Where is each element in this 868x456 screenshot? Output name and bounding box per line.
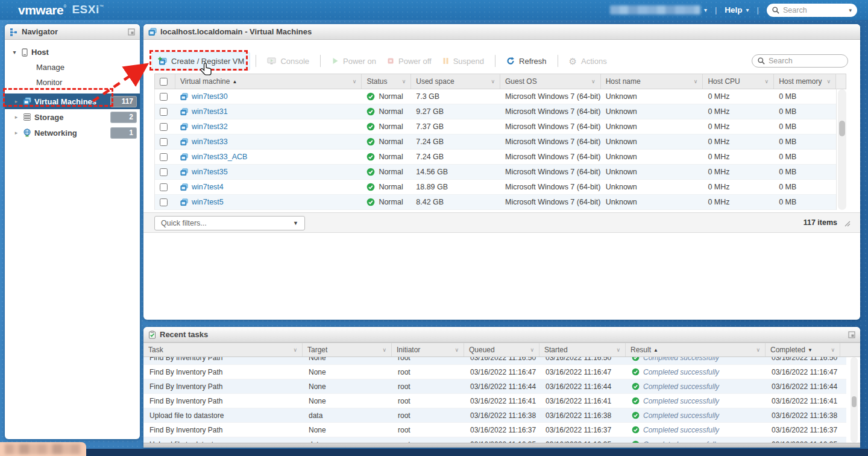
column-header-result[interactable]: Result ▲ ∨ [626, 343, 766, 356]
window-restore-icon[interactable] [848, 331, 855, 338]
vm-used-space-cell: 14.56 GB [411, 168, 500, 176]
row-checkbox[interactable] [160, 123, 168, 131]
task-row[interactable]: Find By Inventory Path None root 03/16/2… [143, 379, 846, 394]
user-menu[interactable]: ▾ [610, 5, 707, 14]
row-checkbox[interactable] [160, 138, 168, 146]
column-menu-icon[interactable]: ∨ [293, 347, 297, 353]
row-checkbox[interactable] [160, 93, 168, 101]
tasks-scrollbar-vertical[interactable] [851, 357, 858, 443]
column-header-target[interactable]: Target ∨ [303, 343, 392, 356]
row-checkbox[interactable] [160, 183, 168, 191]
vm-table-row[interactable]: win7test5 Normal 8.42 GB Microsoft Windo… [155, 195, 836, 210]
column-menu-icon[interactable]: ∨ [591, 78, 596, 84]
toolbar-divider [495, 55, 495, 67]
row-checkbox[interactable] [160, 198, 168, 206]
vm-table-scrollbar[interactable] [838, 89, 846, 210]
task-row[interactable]: Find By Inventory Path None root 03/16/2… [143, 394, 846, 408]
divider: | [757, 5, 759, 14]
quick-filters-select[interactable]: Quick filters... ▼ [154, 216, 305, 230]
column-menu-icon[interactable]: ∨ [491, 78, 495, 84]
vm-name-link[interactable]: win7test30 [192, 92, 228, 101]
window-restore-icon[interactable] [128, 28, 135, 36]
column-header-completed[interactable]: Completed ▼ ∨ [766, 343, 840, 356]
vm-table-row[interactable]: win7test30 Normal 7.3 GB Microsoft Windo… [155, 89, 836, 104]
column-header-initiator[interactable]: Initiator ∨ [392, 343, 464, 356]
select-all-checkbox[interactable] [160, 78, 168, 86]
column-header-host-memory[interactable]: Host memory ∨ [774, 74, 836, 89]
vm-status-cell: Normal [362, 198, 411, 206]
registered-mark: ® [63, 4, 66, 8]
task-row[interactable]: Upload file to datastore data root 03/16… [143, 408, 846, 423]
column-menu-icon[interactable]: ∨ [382, 347, 386, 353]
vm-table-row[interactable]: win7test33_ACB Normal 7.24 GB Microsoft … [155, 150, 836, 165]
sidebar-item-host[interactable]: ▾ Host [5, 45, 140, 60]
task-completed-cell: 03/16/2022 11:16:38 [766, 411, 840, 420]
task-result-cell: Completed successfully [626, 397, 766, 405]
column-header-started[interactable]: Started ∨ [539, 343, 626, 356]
column-header-status[interactable]: Status ∨ [362, 74, 411, 89]
row-checkbox[interactable] [160, 168, 168, 176]
column-header-guest-os[interactable]: Guest OS ∨ [500, 74, 601, 89]
task-target-cell: None [303, 382, 392, 391]
column-header-host-name[interactable]: Host name ∨ [601, 74, 703, 89]
vm-table-row[interactable]: win7test4 Normal 18.89 GB Microsoft Wind… [155, 180, 836, 195]
vm-name-link[interactable]: win7test4 [192, 183, 224, 191]
sidebar-item-label: Monitor [36, 78, 62, 87]
sidebar-item-manage[interactable]: Manage [5, 60, 140, 75]
column-menu-icon[interactable]: ∨ [616, 347, 620, 353]
vm-table-row[interactable]: win7test32 Normal 7.37 GB Microsoft Wind… [155, 119, 836, 135]
row-checkbox[interactable] [160, 153, 168, 161]
column-menu-icon[interactable]: ∨ [454, 347, 459, 353]
sidebar-item-virtual-machines[interactable]: ▸ Virtual Machines 117 [5, 93, 140, 109]
power-on-button[interactable]: Power on [326, 52, 382, 70]
column-header-virtual-machine[interactable]: Virtual machine ▲ ∨ [175, 74, 362, 89]
task-row[interactable]: Find By Inventory Path None root 03/16/2… [143, 365, 846, 379]
vm-name-link[interactable]: win7test33_ACB [192, 153, 247, 161]
vm-table-row[interactable]: win7test35 Normal 14.56 GB Microsoft Win… [155, 165, 836, 180]
scrollbar-thumb[interactable] [839, 121, 845, 136]
vm-table-row[interactable]: win7test33 Normal 7.24 GB Microsoft Wind… [155, 135, 836, 150]
column-menu-icon[interactable]: ∨ [826, 78, 831, 84]
column-header-queued[interactable]: Queued ∨ [464, 343, 539, 356]
vm-name-link[interactable]: win7test32 [192, 122, 228, 131]
vm-guest-os-cell: Microsoft Windows 7 (64-bit) [500, 168, 601, 176]
column-menu-icon[interactable]: ∨ [694, 78, 698, 84]
vm-name-link[interactable]: win7test33 [192, 138, 228, 146]
task-row[interactable]: Find By Inventory Path None root 03/16/2… [143, 357, 846, 365]
vm-name-link[interactable]: win7test31 [192, 107, 228, 116]
vm-table-row[interactable]: win7test31 Normal 9.27 GB Microsoft Wind… [155, 104, 836, 119]
column-menu-icon[interactable]: ∨ [530, 347, 534, 353]
column-menu-icon[interactable]: ∨ [765, 78, 769, 84]
column-menu-icon[interactable]: ∨ [353, 78, 357, 84]
column-header-used-space[interactable]: Used space ∨ [411, 74, 500, 89]
column-header-host-cpu[interactable]: Host CPU ∨ [703, 74, 774, 89]
refresh-button[interactable]: Refresh [501, 52, 552, 70]
sidebar-item-monitor[interactable]: Monitor [5, 75, 140, 90]
tasks-table-rows: Find By Inventory Path None root 03/16/2… [143, 357, 846, 443]
task-row[interactable]: Find By Inventory Path None root 03/16/2… [143, 423, 846, 437]
global-search-input[interactable]: Search ▾ [767, 4, 857, 17]
power-off-button[interactable]: Power off [382, 52, 437, 70]
vm-list-search-input[interactable]: Search [752, 54, 848, 68]
vm-name-link[interactable]: win7test5 [192, 198, 224, 206]
sidebar-item-storage[interactable]: ▸ Storage 2 [5, 109, 140, 125]
suspend-button[interactable]: Suspend [437, 52, 489, 70]
vm-name-link[interactable]: win7test35 [192, 168, 228, 176]
console-button[interactable]: Console [262, 52, 315, 70]
task-row[interactable]: Upload file to datastore data root 03/16… [143, 437, 846, 443]
column-menu-icon[interactable]: ∨ [402, 78, 406, 84]
power-off-icon [387, 57, 394, 65]
task-completed-cell: 03/16/2022 11:16:37 [766, 426, 840, 434]
create-register-vm-button[interactable]: Create / Register VM [152, 52, 250, 71]
scrollbar-thumb[interactable] [852, 396, 857, 407]
column-header-task[interactable]: Task ∨ [143, 343, 303, 356]
actions-button[interactable]: ⚙ Actions [564, 52, 612, 70]
resize-handle-icon[interactable] [844, 221, 851, 227]
vm-used-space-cell: 9.27 GB [411, 107, 500, 116]
sidebar-item-networking[interactable]: ▸ Networking 1 [5, 125, 140, 141]
column-menu-icon[interactable]: ∨ [831, 347, 835, 353]
help-menu[interactable]: Help ▾ [725, 5, 749, 14]
tasks-scrollbar-horizontal[interactable] [143, 443, 860, 448]
column-menu-icon[interactable]: ∨ [756, 347, 760, 353]
row-checkbox[interactable] [160, 108, 168, 116]
